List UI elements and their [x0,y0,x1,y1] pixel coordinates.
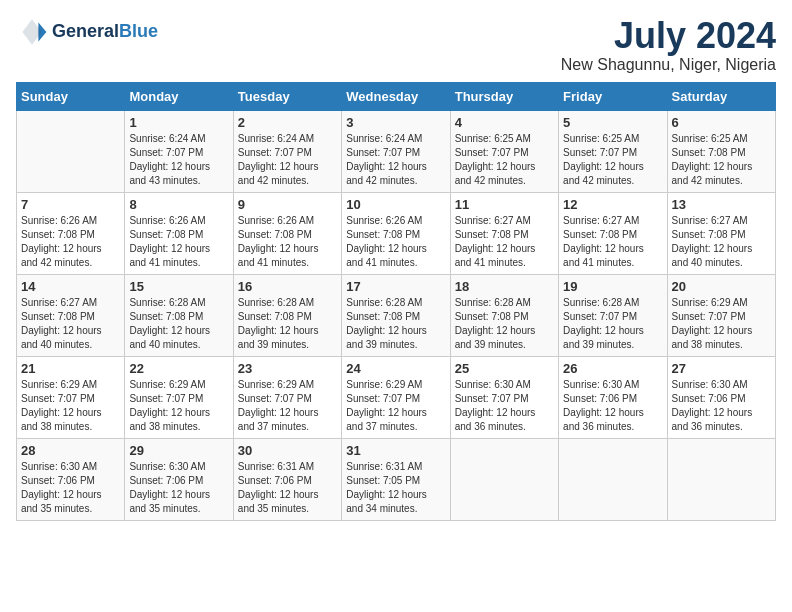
weekday-header-saturday: Saturday [667,82,775,110]
calendar-cell [450,438,558,520]
day-info: Sunrise: 6:26 AMSunset: 7:08 PMDaylight:… [238,214,337,270]
calendar-cell: 17Sunrise: 6:28 AMSunset: 7:08 PMDayligh… [342,274,450,356]
day-info: Sunrise: 6:26 AMSunset: 7:08 PMDaylight:… [21,214,120,270]
calendar-cell [559,438,667,520]
day-info: Sunrise: 6:25 AMSunset: 7:07 PMDaylight:… [563,132,662,188]
calendar-cell: 21Sunrise: 6:29 AMSunset: 7:07 PMDayligh… [17,356,125,438]
calendar-cell: 9Sunrise: 6:26 AMSunset: 7:08 PMDaylight… [233,192,341,274]
day-number: 4 [455,115,554,130]
day-number: 2 [238,115,337,130]
day-info: Sunrise: 6:30 AMSunset: 7:06 PMDaylight:… [563,378,662,434]
calendar-cell: 8Sunrise: 6:26 AMSunset: 7:08 PMDaylight… [125,192,233,274]
day-info: Sunrise: 6:29 AMSunset: 7:07 PMDaylight:… [238,378,337,434]
day-number: 13 [672,197,771,212]
calendar-cell: 26Sunrise: 6:30 AMSunset: 7:06 PMDayligh… [559,356,667,438]
day-number: 11 [455,197,554,212]
day-number: 17 [346,279,445,294]
day-number: 3 [346,115,445,130]
day-info: Sunrise: 6:27 AMSunset: 7:08 PMDaylight:… [672,214,771,270]
day-info: Sunrise: 6:30 AMSunset: 7:06 PMDaylight:… [129,460,228,516]
day-info: Sunrise: 6:30 AMSunset: 7:06 PMDaylight:… [672,378,771,434]
day-info: Sunrise: 6:29 AMSunset: 7:07 PMDaylight:… [21,378,120,434]
day-info: Sunrise: 6:25 AMSunset: 7:07 PMDaylight:… [455,132,554,188]
day-info: Sunrise: 6:29 AMSunset: 7:07 PMDaylight:… [346,378,445,434]
day-number: 14 [21,279,120,294]
calendar-cell: 19Sunrise: 6:28 AMSunset: 7:07 PMDayligh… [559,274,667,356]
day-number: 23 [238,361,337,376]
day-number: 7 [21,197,120,212]
calendar-cell: 6Sunrise: 6:25 AMSunset: 7:08 PMDaylight… [667,110,775,192]
calendar-cell [17,110,125,192]
weekday-header-friday: Friday [559,82,667,110]
day-number: 22 [129,361,228,376]
day-number: 12 [563,197,662,212]
weekday-header-thursday: Thursday [450,82,558,110]
calendar-cell: 2Sunrise: 6:24 AMSunset: 7:07 PMDaylight… [233,110,341,192]
day-info: Sunrise: 6:30 AMSunset: 7:07 PMDaylight:… [455,378,554,434]
calendar-cell: 11Sunrise: 6:27 AMSunset: 7:08 PMDayligh… [450,192,558,274]
logo-text-line1: GeneralBlue [52,22,158,42]
day-number: 25 [455,361,554,376]
calendar-cell: 1Sunrise: 6:24 AMSunset: 7:07 PMDaylight… [125,110,233,192]
day-number: 10 [346,197,445,212]
day-info: Sunrise: 6:28 AMSunset: 7:08 PMDaylight:… [238,296,337,352]
calendar-week-row: 28Sunrise: 6:30 AMSunset: 7:06 PMDayligh… [17,438,776,520]
calendar-week-row: 14Sunrise: 6:27 AMSunset: 7:08 PMDayligh… [17,274,776,356]
calendar-cell: 31Sunrise: 6:31 AMSunset: 7:05 PMDayligh… [342,438,450,520]
day-number: 31 [346,443,445,458]
title-section: July 2024 New Shagunnu, Niger, Nigeria [561,16,776,74]
day-info: Sunrise: 6:24 AMSunset: 7:07 PMDaylight:… [238,132,337,188]
day-info: Sunrise: 6:30 AMSunset: 7:06 PMDaylight:… [21,460,120,516]
day-info: Sunrise: 6:24 AMSunset: 7:07 PMDaylight:… [346,132,445,188]
day-info: Sunrise: 6:26 AMSunset: 7:08 PMDaylight:… [346,214,445,270]
day-number: 6 [672,115,771,130]
calendar-week-row: 7Sunrise: 6:26 AMSunset: 7:08 PMDaylight… [17,192,776,274]
calendar-cell: 13Sunrise: 6:27 AMSunset: 7:08 PMDayligh… [667,192,775,274]
day-number: 20 [672,279,771,294]
calendar-cell: 12Sunrise: 6:27 AMSunset: 7:08 PMDayligh… [559,192,667,274]
logo: GeneralBlue [16,16,158,48]
day-info: Sunrise: 6:29 AMSunset: 7:07 PMDaylight:… [672,296,771,352]
calendar-week-row: 1Sunrise: 6:24 AMSunset: 7:07 PMDaylight… [17,110,776,192]
weekday-header-monday: Monday [125,82,233,110]
calendar-cell: 15Sunrise: 6:28 AMSunset: 7:08 PMDayligh… [125,274,233,356]
weekday-header-row: SundayMondayTuesdayWednesdayThursdayFrid… [17,82,776,110]
day-info: Sunrise: 6:28 AMSunset: 7:07 PMDaylight:… [563,296,662,352]
day-info: Sunrise: 6:27 AMSunset: 7:08 PMDaylight:… [455,214,554,270]
day-number: 30 [238,443,337,458]
calendar-cell: 14Sunrise: 6:27 AMSunset: 7:08 PMDayligh… [17,274,125,356]
calendar-cell: 4Sunrise: 6:25 AMSunset: 7:07 PMDaylight… [450,110,558,192]
logo-icon [16,16,48,48]
day-number: 29 [129,443,228,458]
calendar-cell: 20Sunrise: 6:29 AMSunset: 7:07 PMDayligh… [667,274,775,356]
calendar-cell: 24Sunrise: 6:29 AMSunset: 7:07 PMDayligh… [342,356,450,438]
day-info: Sunrise: 6:27 AMSunset: 7:08 PMDaylight:… [21,296,120,352]
location-subtitle: New Shagunnu, Niger, Nigeria [561,56,776,74]
weekday-header-sunday: Sunday [17,82,125,110]
day-number: 19 [563,279,662,294]
calendar-cell: 7Sunrise: 6:26 AMSunset: 7:08 PMDaylight… [17,192,125,274]
day-info: Sunrise: 6:24 AMSunset: 7:07 PMDaylight:… [129,132,228,188]
calendar-cell: 10Sunrise: 6:26 AMSunset: 7:08 PMDayligh… [342,192,450,274]
day-number: 24 [346,361,445,376]
day-number: 26 [563,361,662,376]
day-number: 27 [672,361,771,376]
day-info: Sunrise: 6:31 AMSunset: 7:05 PMDaylight:… [346,460,445,516]
calendar-table: SundayMondayTuesdayWednesdayThursdayFrid… [16,82,776,521]
day-info: Sunrise: 6:26 AMSunset: 7:08 PMDaylight:… [129,214,228,270]
page-header: GeneralBlue July 2024 New Shagunnu, Nige… [16,16,776,74]
day-info: Sunrise: 6:28 AMSunset: 7:08 PMDaylight:… [129,296,228,352]
day-info: Sunrise: 6:28 AMSunset: 7:08 PMDaylight:… [346,296,445,352]
day-info: Sunrise: 6:28 AMSunset: 7:08 PMDaylight:… [455,296,554,352]
day-number: 8 [129,197,228,212]
calendar-cell: 28Sunrise: 6:30 AMSunset: 7:06 PMDayligh… [17,438,125,520]
calendar-cell: 18Sunrise: 6:28 AMSunset: 7:08 PMDayligh… [450,274,558,356]
day-number: 18 [455,279,554,294]
weekday-header-wednesday: Wednesday [342,82,450,110]
day-number: 21 [21,361,120,376]
calendar-cell: 22Sunrise: 6:29 AMSunset: 7:07 PMDayligh… [125,356,233,438]
day-info: Sunrise: 6:29 AMSunset: 7:07 PMDaylight:… [129,378,228,434]
day-info: Sunrise: 6:27 AMSunset: 7:08 PMDaylight:… [563,214,662,270]
calendar-cell: 23Sunrise: 6:29 AMSunset: 7:07 PMDayligh… [233,356,341,438]
day-number: 1 [129,115,228,130]
